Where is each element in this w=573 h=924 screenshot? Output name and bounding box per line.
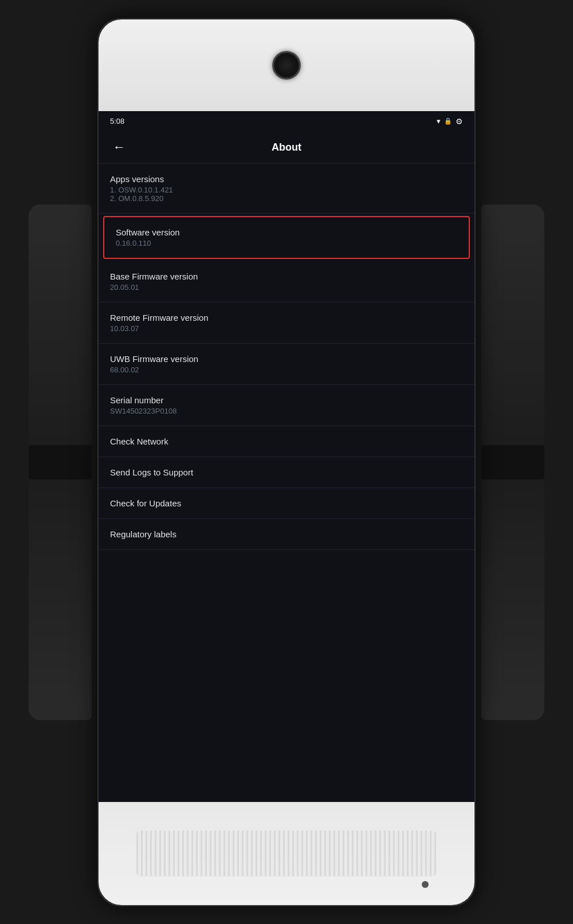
page-title: About — [142, 141, 431, 154]
tablet-top — [99, 19, 474, 111]
list-item-check-updates[interactable]: Check for Updates — [99, 488, 474, 519]
app-bar: ← About — [99, 132, 474, 164]
back-button[interactable]: ← — [108, 136, 131, 159]
apps-versions-subtitle-1: 1. OSW.0.10.1.421 — [110, 186, 463, 194]
check-updates-label: Check for Updates — [110, 498, 463, 508]
apps-versions-title: Apps versions — [110, 174, 463, 184]
bottom-spacer — [99, 550, 474, 596]
list-item-serial-number: Serial number SW14502323P0108 — [99, 385, 474, 426]
lock-icon: 🔒 — [444, 117, 452, 125]
regulatory-labels-label: Regulatory labels — [110, 529, 463, 539]
check-network-label: Check Network — [110, 437, 463, 446]
status-icons: ▾ 🔒 ⚙ — [437, 117, 463, 126]
wifi-icon: ▾ — [437, 117, 441, 125]
list-item-uwb-firmware: UWB Firmware version 68.00.02 — [99, 344, 474, 385]
camera — [272, 51, 301, 80]
remote-firmware-subtitle: 10.03.07 — [110, 324, 463, 333]
mount-left — [29, 205, 92, 720]
content-list: Apps versions 1. OSW.0.10.1.421 2. OM.0.… — [99, 164, 474, 802]
uwb-firmware-subtitle: 68.00.02 — [110, 365, 463, 374]
send-logs-label: Send Logs to Support — [110, 467, 463, 477]
base-firmware-title: Base Firmware version — [110, 272, 463, 281]
serial-number-subtitle: SW14502323P0108 — [110, 407, 463, 415]
status-time: 5:08 — [110, 117, 124, 125]
apps-versions-subtitle-2: 2. OM.0.8.5.920 — [110, 194, 463, 203]
settings-status-icon: ⚙ — [456, 117, 463, 126]
software-version-title: Software version — [116, 227, 457, 237]
list-item-regulatory-labels[interactable]: Regulatory labels — [99, 519, 474, 550]
list-item-base-firmware: Base Firmware version 20.05.01 — [99, 261, 474, 302]
mount-right — [481, 205, 544, 720]
software-version-subtitle: 0.16.0.110 — [116, 239, 457, 247]
speaker-dot — [422, 881, 429, 888]
screen: 5:08 ▾ 🔒 ⚙ ← About Apps versions 1. OSW.… — [99, 111, 474, 802]
uwb-firmware-title: UWB Firmware version — [110, 354, 463, 364]
speaker-grille — [136, 831, 437, 876]
device-frame: 5:08 ▾ 🔒 ⚙ ← About Apps versions 1. OSW.… — [29, 18, 544, 906]
tablet-body: 5:08 ▾ 🔒 ⚙ ← About Apps versions 1. OSW.… — [97, 18, 476, 906]
list-item-send-logs[interactable]: Send Logs to Support — [99, 457, 474, 488]
list-item-check-network[interactable]: Check Network — [99, 426, 474, 457]
base-firmware-subtitle: 20.05.01 — [110, 283, 463, 292]
list-item-apps-versions: Apps versions 1. OSW.0.10.1.421 2. OM.0.… — [99, 164, 474, 214]
status-bar: 5:08 ▾ 🔒 ⚙ — [99, 111, 474, 132]
list-item-software-version: Software version 0.16.0.110 — [103, 216, 470, 259]
serial-number-title: Serial number — [110, 395, 463, 405]
list-item-remote-firmware: Remote Firmware version 10.03.07 — [99, 302, 474, 344]
remote-firmware-title: Remote Firmware version — [110, 313, 463, 323]
tablet-bottom — [99, 802, 474, 905]
